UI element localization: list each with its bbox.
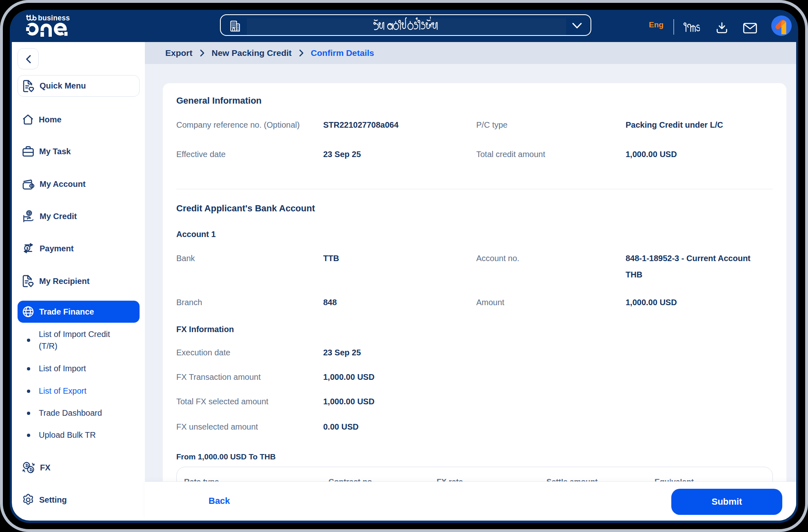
- svg-text:business: business: [38, 15, 70, 22]
